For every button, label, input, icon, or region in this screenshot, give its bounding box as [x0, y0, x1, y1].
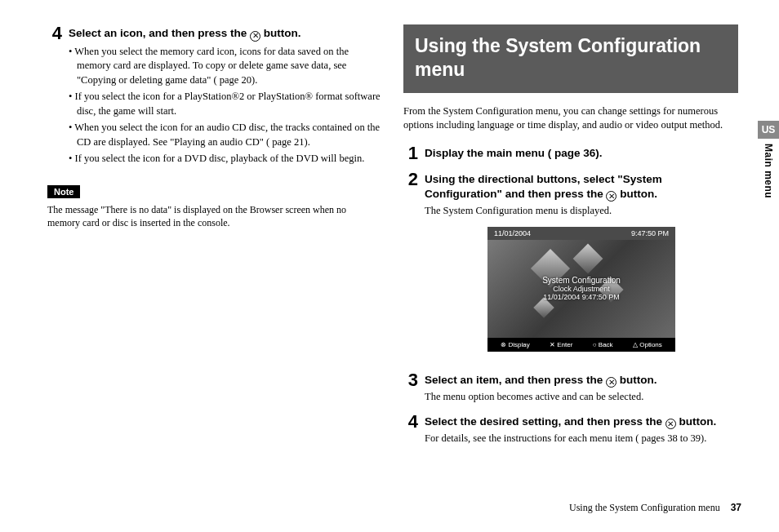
cube-graphic — [573, 243, 603, 273]
screenshot-btn: ⊗ Display — [501, 341, 529, 348]
screenshot-footer: ⊗ Display ✕ Enter ○ Back △ Options — [487, 338, 675, 352]
step-body: Select an item, and then press the butto… — [425, 371, 738, 405]
screenshot-body: System Configuration Clock Adjustment 11… — [487, 240, 675, 338]
step-body: Using the directional buttons, select "S… — [425, 171, 738, 363]
title-part-b: button. — [617, 188, 657, 200]
footer-title: Using the System Configuration menu — [569, 502, 720, 513]
step-body-text: The menu option becomes active and can b… — [425, 390, 738, 405]
x-button-icon — [606, 191, 617, 202]
x-button-icon — [665, 419, 676, 429]
step-body-text: The System Configuration menu is display… — [425, 204, 738, 219]
screenshot-time: 9:47:50 PM — [631, 229, 669, 237]
intro-text: From the System Configuration menu, you … — [403, 104, 738, 133]
step-title: Select an icon, and then press the butto… — [69, 26, 381, 42]
x-button-icon — [250, 31, 260, 42]
step-number: 1 — [403, 144, 418, 162]
step-number: 2 — [403, 171, 418, 363]
screenshot-label-1: System Configuration — [542, 276, 621, 285]
screenshot-btn: ✕ Enter — [550, 341, 572, 348]
note-text: The message "There is no data" is displa… — [47, 203, 381, 229]
screenshot-date: 11/01/2004 — [494, 229, 531, 237]
bullet-item: When you select the memory card icon, ic… — [69, 45, 381, 88]
step-body: Select an icon, and then press the butto… — [69, 24, 381, 169]
step-title: Select the desired setting, and then pre… — [425, 415, 738, 430]
screenshot-label-3: 11/01/2004 9:47:50 PM — [543, 293, 620, 301]
bullet-item: If you select the icon for a PlayStation… — [69, 90, 381, 118]
title-part-a: Select the desired setting, and then pre… — [425, 415, 665, 428]
left-column: 4 Select an icon, and then press the but… — [47, 24, 381, 516]
section-label-vertical: Main menu — [763, 144, 774, 198]
right-step-2: 2 Using the directional buttons, select … — [403, 171, 738, 363]
step-title: Using the directional buttons, select "S… — [425, 172, 738, 202]
step-number: 4 — [403, 413, 418, 446]
bullet-item: If you select the icon for a DVD disc, p… — [69, 152, 381, 166]
page-footer: Using the System Configuration menu 37 — [569, 502, 741, 514]
title-part-b: button. — [676, 415, 716, 428]
page-number: 37 — [731, 502, 741, 513]
section-header: Using the System Configuration menu — [403, 24, 738, 93]
note-block: Note The message "There is no data" is d… — [47, 177, 381, 229]
bullet-item: When you select the icon for an audio CD… — [69, 121, 381, 149]
screenshot-label-2: Clock Adjustment — [553, 285, 610, 293]
x-button-icon — [606, 377, 617, 388]
config-menu-screenshot: 11/01/2004 9:47:50 PM System Configurati… — [487, 227, 675, 352]
screenshot-btn: △ Options — [633, 341, 662, 348]
right-step-4: 4 Select the desired setting, and then p… — [403, 413, 738, 446]
step-title: Display the main menu ( page 36). — [425, 146, 738, 161]
region-badge: US — [758, 121, 779, 139]
right-step-3: 3 Select an item, and then press the but… — [403, 371, 738, 405]
right-step-1: 1 Display the main menu ( page 36). — [403, 144, 738, 162]
note-label: Note — [47, 185, 80, 198]
title-part-a: Select an item, and then press the — [425, 374, 606, 386]
step-number: 3 — [403, 371, 418, 405]
step-body: Display the main menu ( page 36). — [425, 144, 738, 162]
title-part-b: button. — [260, 27, 300, 39]
page-container: 4 Select an icon, and then press the but… — [0, 0, 779, 532]
step-body: Select the desired setting, and then pre… — [425, 413, 738, 446]
right-column: Using the System Configuration menu From… — [403, 24, 738, 516]
step-number: 4 — [47, 24, 62, 169]
title-part-b: button. — [617, 374, 657, 386]
left-step-4: 4 Select an icon, and then press the but… — [47, 24, 381, 169]
bullet-list: When you select the memory card icon, ic… — [69, 45, 381, 166]
title-part-a: Select an icon, and then press the — [69, 27, 250, 39]
step-title: Select an item, and then press the butto… — [425, 373, 738, 388]
screenshot-btn: ○ Back — [593, 341, 613, 348]
side-tab: US Main menu — [758, 121, 779, 198]
step-body-text: For details, see the instructions for ea… — [425, 432, 738, 446]
screenshot-header: 11/01/2004 9:47:50 PM — [487, 227, 675, 240]
